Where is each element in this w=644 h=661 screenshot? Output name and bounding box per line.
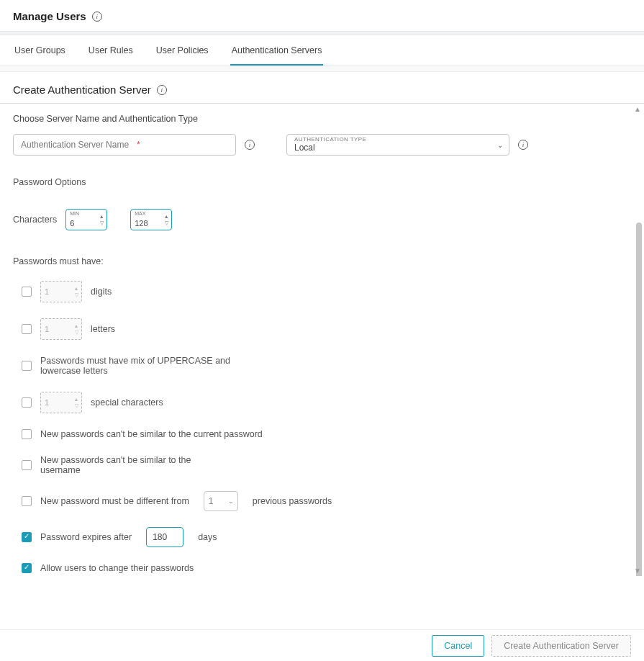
info-icon[interactable]: i	[518, 140, 528, 150]
digits-label: digits	[91, 287, 112, 297]
up-arrow-icon[interactable]: ▲	[96, 213, 106, 220]
down-arrow-icon: ▽	[71, 329, 81, 336]
up-arrow-icon: ▲	[71, 285, 81, 292]
page-header: Manage Users i	[0, 0, 644, 31]
expires-days-input[interactable]: 180	[146, 527, 183, 547]
section-label: Choose Server Name and Authentication Ty…	[13, 114, 613, 124]
diff-previous-select[interactable]: 1 ⌄	[204, 491, 238, 511]
letters-checkbox[interactable]	[22, 324, 32, 334]
tab-user-policies[interactable]: User Policies	[155, 35, 210, 66]
footer: Cancel Create Authentication Server	[0, 629, 644, 661]
up-arrow-icon: ▲	[71, 323, 81, 329]
chevron-down-icon: ⌄	[228, 498, 234, 505]
mixcase-checkbox[interactable]	[22, 361, 32, 371]
special-count-input: 1 ▲▽	[40, 392, 82, 413]
mixcase-label: Passwords must have mix of UPPERCASE and…	[40, 356, 271, 376]
subheader: Create Authentication Server i	[0, 72, 644, 103]
down-arrow-icon[interactable]: ▽	[96, 220, 106, 226]
expires-checkbox[interactable]	[22, 532, 32, 542]
similar-current-checkbox[interactable]	[22, 429, 32, 439]
similar-username-label: New passwords can't be similar to the us…	[40, 455, 213, 475]
similar-username-checkbox[interactable]	[22, 460, 32, 470]
scrollbar[interactable]	[636, 222, 642, 576]
scroll-down-icon[interactable]: ▼	[632, 567, 643, 575]
characters-label: Characters	[13, 215, 57, 225]
info-icon[interactable]: i	[92, 12, 102, 22]
password-options-label: Password Options	[13, 177, 613, 187]
info-icon[interactable]: i	[157, 85, 167, 95]
auth-type-label: AUTHENTICATION TYPE	[294, 136, 366, 143]
special-checkbox[interactable]	[22, 397, 32, 408]
special-label: special characters	[91, 397, 163, 408]
down-arrow-icon: ▽	[71, 403, 81, 409]
diff-previous-label-pre: New password must be different from	[40, 496, 189, 506]
tab-user-groups[interactable]: User Groups	[13, 35, 67, 66]
digits-checkbox[interactable]	[22, 287, 32, 297]
tab-authentication-servers[interactable]: Authentication Servers	[230, 35, 324, 66]
allow-change-label: Allow users to change their passwords	[40, 563, 194, 573]
down-arrow-icon[interactable]: ▽	[161, 220, 171, 226]
similar-current-label: New passwords can't be similar to the cu…	[40, 429, 263, 439]
auth-type-value: Local	[294, 143, 315, 153]
must-have-label: Passwords must have:	[13, 256, 613, 266]
down-arrow-icon: ▽	[71, 292, 81, 298]
letters-count-input: 1 ▲▽	[40, 318, 82, 340]
expires-label-post: days	[198, 532, 217, 542]
subheader-title: Create Authentication Server	[13, 84, 151, 96]
cancel-button[interactable]: Cancel	[432, 635, 484, 657]
page-title: Manage Users	[13, 10, 86, 22]
info-icon[interactable]: i	[245, 140, 255, 150]
max-chars-input[interactable]: MAX 128 ▲▽	[130, 209, 172, 230]
min-chars-input[interactable]: MIN 6 ▲▽	[65, 209, 107, 230]
scroll-up-icon[interactable]: ▲	[632, 105, 643, 113]
up-arrow-icon[interactable]: ▲	[161, 213, 171, 220]
server-name-input[interactable]	[13, 134, 236, 156]
form-container: ▲ ▼ Choose Server Name and Authenticatio…	[0, 103, 644, 576]
auth-type-select[interactable]: AUTHENTICATION TYPE Local ⌄	[286, 134, 509, 156]
up-arrow-icon: ▲	[71, 396, 81, 403]
allow-change-checkbox[interactable]	[22, 563, 32, 573]
tabs: User Groups User Rules User Policies Aut…	[0, 35, 644, 66]
diff-previous-checkbox[interactable]	[22, 496, 32, 506]
diff-previous-label-post: previous passwords	[253, 496, 332, 506]
create-auth-server-button[interactable]: Create Authentication Server	[491, 635, 631, 657]
digits-count-input: 1 ▲▽	[40, 281, 82, 302]
divider	[0, 66, 644, 72]
tab-user-rules[interactable]: User Rules	[87, 35, 135, 66]
letters-label: letters	[91, 324, 115, 334]
expires-label-pre: Password expires after	[40, 532, 132, 542]
chevron-down-icon: ⌄	[497, 141, 503, 149]
